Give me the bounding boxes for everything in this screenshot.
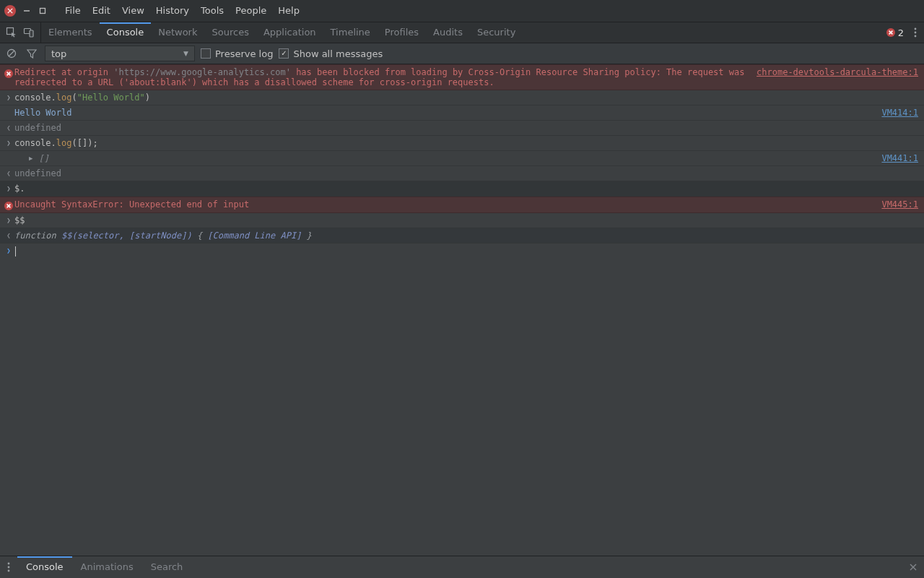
close-icon [7,8,13,14]
input-chevron-icon: ❯ [6,216,10,225]
minimize-icon [22,7,31,15]
tab-security[interactable]: Security [470,22,523,43]
svg-point-9 [915,28,917,30]
tab-elements[interactable]: Elements [41,22,100,43]
error-source-link[interactable]: VM445:1 [873,199,918,210]
error-source-link[interactable]: chrome-devtools-darcula-theme:1 [748,67,918,77]
drawer-close-button[interactable] [902,562,924,573]
window-close-button[interactable] [4,5,16,17]
error-icon [4,202,13,210]
menu-bar: File Edit View History Tools People Help [59,0,305,22]
console-return-row[interactable]: ❮ function $$(selector, [startNode]) { [… [0,228,924,243]
error-icon [4,69,13,78]
context-selector-label: top [51,48,66,59]
drawer-tab-animations[interactable]: Animations [72,556,142,578]
filter-button[interactable] [25,46,39,61]
tab-network[interactable]: Network [151,22,204,43]
svg-point-20 [8,570,10,572]
console-error-cors[interactable]: Redirect at origin 'https://www.google-a… [0,64,924,90]
close-icon [910,564,917,571]
console-return-row[interactable]: ❮ undefined [0,166,924,181]
menu-people[interactable]: People [230,0,272,22]
console-log-row[interactable]: Hello World VM414:1 [0,105,924,121]
menu-edit[interactable]: Edit [87,0,116,22]
log-source-link[interactable]: VM441:1 [873,153,918,163]
checkbox-icon [201,48,211,59]
title-bar: File Edit View History Tools People Help [0,0,924,22]
menu-file[interactable]: File [59,0,87,22]
return-chevron-icon: ❮ [6,169,10,178]
context-selector[interactable]: top ▼ [45,46,195,61]
error-count-chip[interactable]: 2 [886,27,904,38]
input-chevron-icon: ❯ [6,93,10,102]
return-text: undefined [14,168,61,178]
devtools-settings-kebab[interactable] [911,27,920,38]
console-input-row[interactable]: ❯ $$ [0,213,924,228]
drawer-tabstrip: Console Animations Search [0,556,924,578]
preserve-log-checkbox[interactable]: Preserve log [201,48,273,59]
clear-console-button[interactable] [4,46,19,61]
preserve-log-label: Preserve log [215,48,273,59]
console-return-row[interactable]: ❮ undefined [0,121,924,136]
expand-triangle-icon[interactable]: ▶ [29,155,32,162]
show-all-messages-label: Show all messages [293,48,383,59]
return-chevron-icon: ❮ [6,231,10,240]
devtools-tabs: Elements Console Network Sources Applica… [41,22,523,43]
error-dot-icon [886,28,895,37]
return-text: undefined [14,123,61,133]
tabstrip-right: 2 [886,22,924,43]
menu-tools[interactable]: Tools [195,0,230,22]
window-buttons [0,3,51,19]
console-toolbar: top ▼ Preserve log Show all messages [0,43,924,64]
console-error-syntax[interactable]: Uncaught SyntaxError: Unexpected end of … [0,197,924,213]
console-prompt-row[interactable]: ❯ [0,243,924,259]
input-code: $. [14,184,25,194]
filter-icon [27,48,37,59]
drawer-kebab[interactable] [0,562,17,572]
svg-rect-3 [40,9,45,14]
svg-rect-6 [30,30,33,37]
inspect-icon [6,27,17,38]
window-minimize-button[interactable] [19,3,35,19]
tab-timeline[interactable]: Timeline [323,22,378,43]
svg-point-19 [8,566,10,569]
tab-console[interactable]: Console [100,22,152,43]
device-toolbar-button[interactable] [20,22,38,43]
log-source-link[interactable]: VM414:1 [873,108,918,118]
drawer-tabs: Console Animations Search [17,556,191,578]
console-log-row[interactable]: ▶ [] VM441:1 [0,151,924,166]
console-input-row[interactable]: ❯ console.log("Hello World") [0,90,924,105]
svg-point-10 [915,32,917,34]
svg-line-13 [9,51,14,56]
maximize-icon [38,7,47,15]
drawer-tab-console[interactable]: Console [17,556,72,578]
svg-point-11 [915,35,917,38]
input-chevron-icon: ❯ [6,184,10,193]
caret-icon [15,246,16,256]
error-count-label: 2 [898,27,904,38]
return-chevron-icon: ❮ [6,124,10,132]
drawer-tab-search[interactable]: Search [142,556,192,578]
tab-application[interactable]: Application [256,22,323,43]
inspect-element-button[interactable] [3,22,20,43]
chevron-down-icon: ▼ [183,50,188,57]
log-text: Hello World [14,108,71,118]
tab-sources[interactable]: Sources [205,22,256,43]
console-input-row[interactable]: ❯ console.log([]); [0,136,924,151]
device-icon [23,27,35,38]
svg-point-18 [8,563,10,565]
kebab-icon [7,562,10,572]
menu-help[interactable]: Help [272,0,305,22]
devtools-tabstrip: Elements Console Network Sources Applica… [0,22,924,43]
window-maximize-button[interactable] [35,3,51,19]
menu-history[interactable]: History [150,0,195,22]
console-body: Redirect at origin 'https://www.google-a… [0,64,924,558]
input-chevron-icon: ❯ [6,139,10,147]
show-all-messages-checkbox[interactable]: Show all messages [279,48,383,59]
clear-icon [6,48,17,59]
tab-audits[interactable]: Audits [426,22,470,43]
console-input-row[interactable]: ❯ $. [0,181,924,197]
console-input-field[interactable] [14,246,918,256]
tab-profiles[interactable]: Profiles [378,22,426,43]
menu-view[interactable]: View [116,0,150,22]
